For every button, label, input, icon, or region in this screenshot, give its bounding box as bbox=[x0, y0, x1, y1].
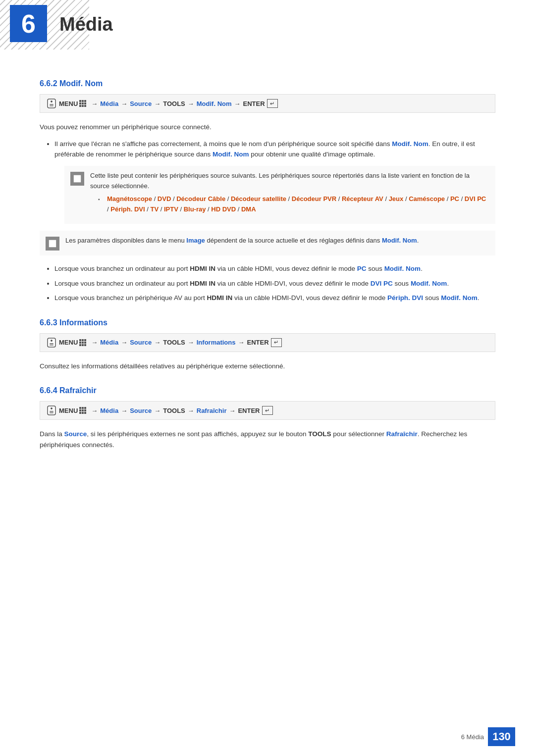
periph-dvi-mode-ref: Périph. DVI bbox=[387, 294, 423, 302]
note-content-1: Cette liste peut contenir les périphériq… bbox=[90, 171, 489, 219]
section-heading-663: 6.6.3 Informations bbox=[40, 318, 495, 327]
intro-664-text1: Dans la bbox=[40, 430, 64, 438]
nav-source-663: Source bbox=[130, 339, 152, 346]
device-decodeur-cable: Décodeur Câble bbox=[176, 195, 225, 202]
note-text-standalone-1: Les paramètres disponibles dans le menu bbox=[65, 237, 186, 244]
note-icon-1 bbox=[70, 172, 84, 186]
nav-source-664: Source bbox=[130, 407, 152, 414]
modif-nom-ref-6: Modif. Nom bbox=[441, 294, 478, 302]
svg-rect-11 bbox=[82, 105, 84, 107]
note-text-1: Cette liste peut contenir les périphériq… bbox=[90, 172, 470, 190]
svg-rect-2 bbox=[50, 104, 54, 105]
footer: 6 Média 130 bbox=[461, 727, 515, 746]
note-text-standalone-2: dépendent de la source actuelle et des r… bbox=[205, 237, 382, 244]
arrow-2-662: → bbox=[121, 100, 127, 107]
arrow-3-664: → bbox=[154, 407, 160, 414]
tools-ref-664: TOOLS bbox=[308, 430, 331, 438]
nav-enter-label-664: ENTER bbox=[238, 407, 260, 414]
nav-path-664: MENU → Média → Source → TOOLS → Rafraîch… bbox=[40, 401, 495, 420]
enter-icon-662: ↵ bbox=[267, 99, 278, 108]
nav-menu-664: MENU bbox=[59, 407, 78, 414]
footer-page-number: 130 bbox=[488, 727, 515, 746]
svg-rect-8 bbox=[82, 102, 84, 104]
nav-menu-663: MENU bbox=[59, 339, 78, 346]
grid-icon-662 bbox=[79, 100, 87, 107]
dvi-pc-mode-ref: DVI PC bbox=[371, 280, 393, 287]
nav-media-662: Média bbox=[100, 100, 118, 107]
arrow-1-662: → bbox=[91, 100, 98, 107]
pc-mode-ref: PC bbox=[357, 265, 367, 272]
hdmi-in-3: HDMI IN bbox=[207, 294, 232, 302]
arrow-4-662: → bbox=[188, 100, 194, 107]
intro-662: Vous pouvez renommer un périphérique sou… bbox=[40, 122, 495, 133]
note-content-standalone: Les paramètres disponibles dans le menu … bbox=[65, 236, 419, 246]
chapter-number-box: 6 bbox=[10, 5, 47, 42]
modif-nom-ref-3: Modif. Nom bbox=[382, 237, 417, 244]
svg-rect-3 bbox=[50, 105, 54, 106]
hdmi-in-2: HDMI IN bbox=[190, 280, 215, 287]
device-decodeur-pvr: Décodeur PVR bbox=[292, 195, 336, 202]
svg-rect-31 bbox=[82, 407, 84, 409]
svg-rect-18 bbox=[82, 339, 84, 341]
note-icon-standalone bbox=[46, 237, 59, 251]
footer-chapter-label: 6 Média bbox=[461, 733, 484, 741]
svg-rect-32 bbox=[84, 407, 86, 409]
chapter-title: Média bbox=[59, 14, 113, 35]
nav-informations-663: Informations bbox=[197, 339, 236, 346]
arrow-4-664: → bbox=[188, 407, 194, 414]
remote-icon-664 bbox=[47, 405, 56, 415]
chapter-header: 6 Média bbox=[0, 0, 535, 50]
extra-bullet-list-662: Lorsque vous branchez un ordinateur au p… bbox=[40, 263, 495, 303]
nav-media-663: Média bbox=[100, 339, 118, 346]
nav-tools-664: TOOLS bbox=[163, 407, 185, 414]
arrow-1-664: → bbox=[91, 407, 98, 414]
svg-rect-36 bbox=[79, 412, 81, 414]
remote-icon-663 bbox=[47, 338, 56, 348]
svg-rect-25 bbox=[84, 344, 86, 346]
nav-rafraichir-664: Rafraîchir bbox=[197, 407, 227, 414]
arrow-5-662: → bbox=[234, 100, 241, 107]
bullet-text-1c: pour obtenir une qualité d'image optimal… bbox=[249, 151, 375, 158]
sep1: / bbox=[152, 195, 158, 202]
arrow-5-663: → bbox=[238, 339, 244, 346]
svg-rect-29 bbox=[50, 412, 54, 413]
hdmi-in-1: HDMI IN bbox=[190, 265, 215, 272]
remote-icon bbox=[47, 99, 56, 108]
arrow-5-664: → bbox=[229, 407, 235, 414]
arrow-2-663: → bbox=[121, 339, 127, 346]
image-ref: Image bbox=[186, 237, 205, 244]
bullet-item-1-662: Il arrive que l'écran ne s'affiche pas c… bbox=[54, 139, 495, 224]
chapter-number: 6 bbox=[21, 11, 36, 37]
device-hd-dvd: HD DVD bbox=[211, 205, 236, 213]
arrow-1-663: → bbox=[91, 339, 98, 346]
grid-icon-664 bbox=[79, 406, 87, 414]
note-box-standalone-662: Les paramètres disponibles dans le menu … bbox=[40, 231, 495, 255]
source-ref-664: Source bbox=[64, 430, 87, 438]
svg-rect-12 bbox=[84, 105, 86, 107]
device-camescope: Caméscope bbox=[409, 195, 445, 202]
device-jeux: Jeux bbox=[389, 195, 404, 202]
svg-rect-0 bbox=[48, 99, 55, 108]
svg-rect-16 bbox=[50, 345, 54, 346]
device-iptv: IPTV bbox=[164, 205, 178, 213]
arrow-3-662: → bbox=[154, 100, 160, 107]
rafraichir-ref-664: Rafraîchir bbox=[386, 430, 418, 438]
svg-rect-24 bbox=[82, 344, 84, 346]
nav-path-663: MENU → Média → Source → TOOLS → Informat… bbox=[40, 333, 495, 352]
bullet-hdmi-dvi-av: Lorsque vous branchez un périphérique AV… bbox=[54, 293, 495, 303]
note-box-1: Cette liste peut contenir les périphériq… bbox=[64, 166, 495, 224]
arrow-4-663: → bbox=[188, 339, 194, 346]
device-periph-dvi: Périph. DVI bbox=[110, 205, 145, 213]
device-bluray: Blu-ray bbox=[184, 205, 206, 213]
device-magnetoscope: Magnétoscope bbox=[107, 195, 152, 202]
intro-664-text3: pour sélectionner bbox=[331, 430, 386, 438]
arrow-2-664: → bbox=[121, 407, 127, 414]
intro-664: Dans la Source, si les périphériques ext… bbox=[40, 429, 495, 450]
nav-media-664: Média bbox=[100, 407, 118, 414]
modif-nom-ref-4: Modif. Nom bbox=[384, 265, 421, 272]
bullet-hdmi-dvi-pc: Lorsque vous branchez un ordinateur au p… bbox=[54, 278, 495, 289]
modif-nom-ref-5: Modif. Nom bbox=[411, 280, 447, 287]
nav-enter-label-663: ENTER bbox=[247, 339, 268, 346]
svg-rect-5 bbox=[82, 100, 84, 102]
device-recepteur-av: Récepteur AV bbox=[342, 195, 383, 202]
